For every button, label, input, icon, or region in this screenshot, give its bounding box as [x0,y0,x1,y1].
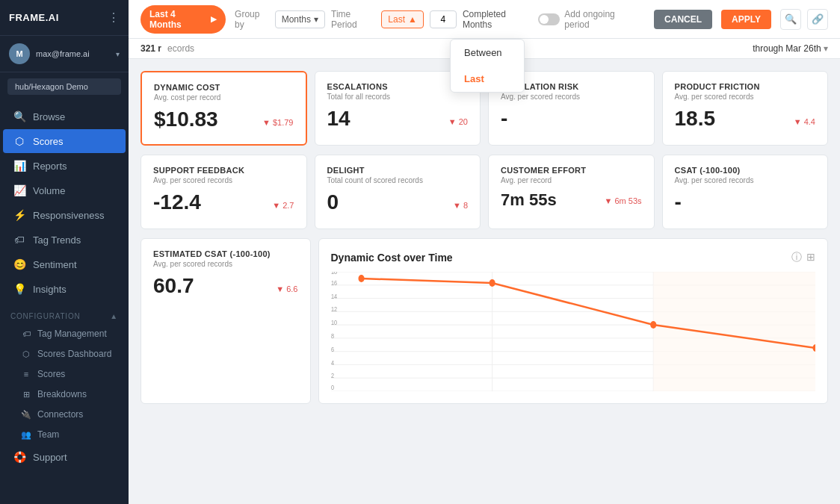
metrics-row-2: SUPPORT FEEDBACK Avg. per scored records… [140,155,828,229]
sidebar-item-support[interactable]: 🛟 Support [3,445,126,469]
sidebar-item-label: Reports [33,161,67,172]
scores-cfg-icon: ≡ [21,370,31,379]
metric-value-row: -12.4 ▼ 2.7 [153,192,294,213]
sidebar-item-tag-trends[interactable]: 🏷 Tag Trends [3,228,126,252]
sidebar: FRAME.AI ⋮ M max@frame.ai ▾ hub/Hexagon … [0,0,129,504]
sidebar-user[interactable]: M max@frame.ai ▾ [0,36,129,72]
group-by-select[interactable]: Months ▾ [275,10,325,28]
sidebar-item-label: Sentiment [33,259,77,270]
sidebar-item-insights[interactable]: 💡 Insights [3,277,126,301]
metric-value-row: 18.5 ▼ 4.4 [675,108,816,129]
toggle-knob [540,15,549,24]
search-icon-button[interactable]: 🔍 [780,9,801,30]
metric-value: 14 [327,108,350,129]
time-period-select[interactable]: Last ▲ [381,10,424,28]
metric-title: ESCALATIONS [327,82,469,91]
cancel-button[interactable]: CANCEL [654,10,712,29]
chart-title: Dynamic Cost over Time [331,252,453,264]
metric-subtitle: Avg. per record [501,176,642,184]
responsiveness-icon: ⚡ [13,209,25,221]
sub-item-label: Team [37,429,59,440]
sidebar-item-scores-dashboard[interactable]: ⬡ Scores Dashboard [13,344,126,364]
metric-value: - [501,108,507,129]
record-suffix: ecords [167,43,194,54]
sidebar-item-volume[interactable]: 📈 Volume [3,178,126,202]
avatar: M [9,43,30,64]
metric-title: DELIGHT [327,166,469,175]
svg-text:14: 14 [331,293,338,300]
time-period-dropdown: Between Last [450,39,525,93]
sidebar-item-browse[interactable]: 🔍 Browse [3,105,126,128]
metric-subtitle: Total for all records [327,93,469,101]
sidebar-item-connectors[interactable]: 🔌 Connectors [13,405,126,424]
sidebar-item-reports[interactable]: 📊 Reports [3,154,126,178]
breakdowns-icon: ⊞ [21,390,31,399]
add-ongoing-toggle[interactable] [538,13,560,25]
sidebar-item-sentiment[interactable]: 😊 Sentiment [3,252,126,276]
search-icon: 🔍 [13,111,25,122]
sidebar-item-responsiveness[interactable]: ⚡ Responsiveness [3,203,126,227]
sidebar-item-breakdowns[interactable]: ⊞ Breakdowns [13,385,126,404]
connectors-icon: 🔌 [21,410,31,420]
sentiment-icon: 😊 [13,258,25,270]
metric-delight: DELIGHT Total count of scored records 0 … [315,155,481,229]
topbar-icons: 🔍 🔗 [780,9,828,30]
sidebar-header: FRAME.AI ⋮ [0,0,129,36]
metric-delta: ▼ 6.6 [276,284,297,296]
date-range: through Mar 26th ▾ [753,43,828,54]
info-icon[interactable]: ⓘ [791,251,802,264]
svg-text:16: 16 [331,279,338,287]
metric-delta: ▼ $1.79 [262,118,293,130]
metrics-row-3: ESTIMATED CSAT (-100-100) Avg. per score… [140,238,828,404]
metric-value: 7m 55s [501,192,557,208]
chart-dynamic-cost: Dynamic Cost over Time ⓘ ⊞ [318,238,829,404]
metric-subtitle: Avg. per scored records [153,176,294,184]
group-by-value: Months [282,14,311,25]
dropdown-option-between[interactable]: Between [451,40,524,66]
dropdown-option-last[interactable]: Last [451,66,524,92]
scores-dash-icon: ⬡ [21,349,31,359]
period-badge[interactable]: Last 4 Months ▶ [140,5,226,34]
config-subnav: 🏷 Tag Management ⬡ Scores Dashboard ≡ Sc… [0,324,129,444]
filter-group: Group by Months ▾ Time Period Last ▲ Com… [235,9,636,30]
time-period-label: Time Period [331,9,375,30]
group-by-label: Group by [235,9,269,30]
sidebar-item-team[interactable]: 👥 Team [13,425,126,444]
metric-delta: ▼ 4.4 [794,117,815,129]
sidebar-item-scores-cfg[interactable]: ≡ Scores [13,364,126,384]
chart-svg: 0 2 4 6 8 10 12 14 16 18 [331,272,816,391]
sidebar-item-scores[interactable]: ⬡ Scores [3,129,126,153]
metric-product-friction: PRODUCT FRICTION Avg. per scored records… [662,71,829,146]
sidebar-nav: 🔍 Browse ⬡ Scores 📊 Reports 📈 Volume ⚡ R… [0,101,129,504]
share-icon-button[interactable]: 🔗 [807,9,828,30]
sidebar-menu-icon[interactable]: ⋮ [108,10,120,25]
date-range-end: ough Mar 26th [763,43,821,54]
metric-title: SUPPORT FEEDBACK [153,166,294,175]
metric-value: 0 [327,192,339,213]
svg-text:12: 12 [331,305,338,313]
period-num-input[interactable] [430,10,457,28]
sidebar-item-label: Browse [33,111,65,122]
sub-item-label: Connectors [37,409,83,420]
period-unit-label: Completed Months [463,9,532,30]
metric-title: CUSTOMER EFFORT [501,166,642,175]
sidebar-item-tag-management[interactable]: 🏷 Tag Management [13,324,126,343]
sub-item-label: Scores Dashboard [37,349,111,359]
metric-subtitle: Total count of scored records [327,176,469,184]
time-period-value: Last [388,14,405,25]
chart-point [358,275,364,282]
expand-icon[interactable]: ⊞ [806,251,815,264]
metric-subtitle: Avg. cost per record [154,93,294,102]
metric-subtitle: Avg. per scored records [675,93,816,101]
record-count: 321 r [140,43,161,54]
metric-csat: CSAT (-100-100) Avg. per scored records … [662,155,829,229]
metric-value-row: 0 ▼ 8 [327,192,469,213]
metric-estimated-csat: ESTIMATED CSAT (-100-100) Avg. per score… [140,238,311,404]
toggle-wrap: Add ongoing period [538,9,636,30]
metric-value: 60.7 [153,276,194,296]
apply-button[interactable]: APPLY [721,10,771,29]
svg-text:4: 4 [331,359,334,367]
metric-value-row: - [675,192,816,213]
reports-icon: 📊 [13,160,25,172]
workspace-badge[interactable]: hub/Hexagon Demo [7,78,121,95]
